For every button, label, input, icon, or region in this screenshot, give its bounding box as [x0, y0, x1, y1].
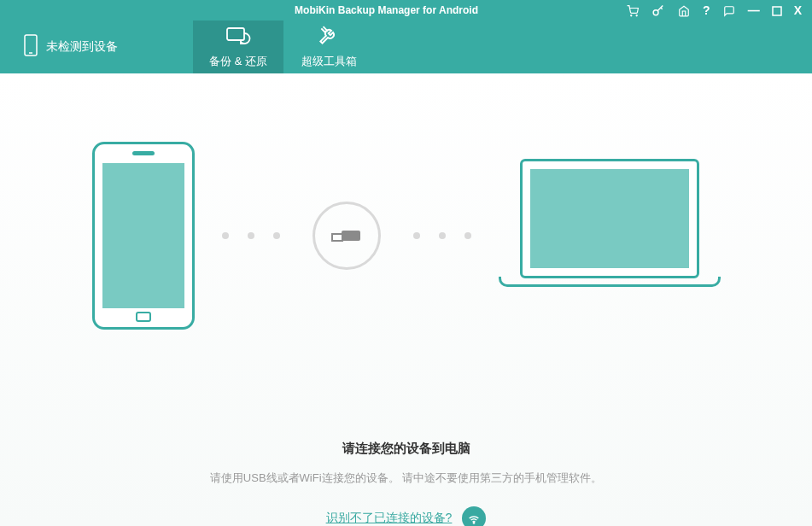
- cannot-detect-link[interactable]: 识别不了已连接的设备?: [326, 511, 453, 526]
- message-area: 请连接您的设备到电脑 请使用USB线或者WiFi连接您的设备。 请中途不要使用第…: [0, 441, 812, 526]
- titlebar: MobiKin Backup Manager for Android ? — X: [0, 0, 812, 20]
- minimize-button[interactable]: —: [748, 3, 760, 17]
- wifi-connect-button[interactable]: [462, 506, 486, 526]
- svg-point-0: [631, 15, 632, 16]
- message-title: 请连接您的设备到电脑: [0, 441, 812, 457]
- message-subtitle: 请使用USB线或者WiFi连接您的设备。 请中途不要使用第三方的手机管理软件。: [0, 470, 812, 486]
- key-icon[interactable]: [651, 3, 665, 17]
- svg-rect-3: [773, 7, 781, 15]
- device-status-label: 未检测到设备: [46, 39, 118, 55]
- toolbar: 未检测到设备 备份 & 还原 超级工具箱: [0, 20, 812, 73]
- cart-icon[interactable]: [626, 3, 640, 17]
- backup-restore-icon: [225, 25, 251, 50]
- tab-backup-restore[interactable]: 备份 & 还原: [193, 20, 283, 73]
- usb-icon: [313, 202, 381, 270]
- svg-point-1: [636, 15, 637, 16]
- close-button[interactable]: X: [794, 3, 802, 17]
- home-icon[interactable]: [677, 3, 691, 17]
- svg-rect-6: [227, 28, 244, 40]
- device-status: 未检测到设备: [0, 20, 142, 73]
- svg-point-7: [474, 523, 475, 523]
- titlebar-controls: ? — X: [626, 3, 802, 17]
- toolkit-icon: [318, 25, 340, 50]
- laptop-illustration: [499, 159, 721, 313]
- content-area: 请连接您的设备到电脑 请使用USB线或者WiFi连接您的设备。 请中途不要使用第…: [0, 73, 812, 526]
- connect-illustration: [0, 108, 812, 364]
- tab-super-toolkit[interactable]: 超级工具箱: [283, 20, 374, 73]
- maximize-button[interactable]: [772, 3, 782, 17]
- tab-backup-restore-label: 备份 & 还原: [209, 54, 267, 69]
- phone-illustration: [92, 142, 195, 330]
- tab-super-toolkit-label: 超级工具箱: [301, 54, 357, 69]
- help-icon[interactable]: ?: [703, 3, 710, 17]
- app-title: MobiKin Backup Manager for Android: [147, 4, 626, 16]
- phone-icon: [24, 34, 38, 60]
- svg-point-2: [653, 10, 658, 15]
- feedback-icon[interactable]: [722, 3, 736, 17]
- app-window: MobiKin Backup Manager for Android ? — X: [0, 0, 812, 526]
